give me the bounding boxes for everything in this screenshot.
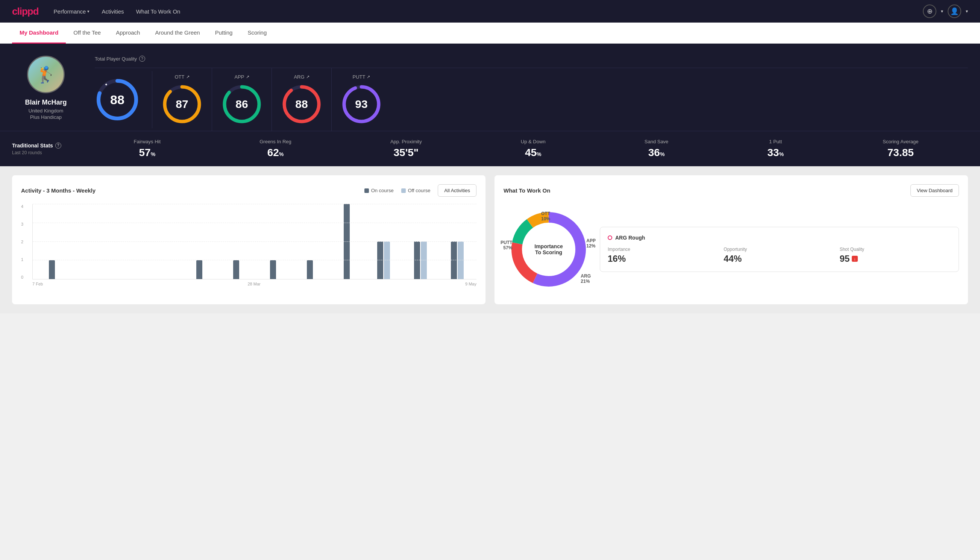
- bar-group: [366, 242, 401, 279]
- donut-label-app: APP 12%: [586, 238, 596, 248]
- stats-label-group: Traditional Stats ? Last 20 rounds: [12, 143, 72, 155]
- info-card-title: ARG Rough: [608, 235, 951, 241]
- metric-opportunity: Opportunity 44%: [724, 247, 835, 264]
- player-info: 🏌️ Blair McHarg United Kingdom Plus Hand…: [12, 56, 80, 129]
- bar-group: [218, 260, 254, 279]
- donut-label-ott: OTT 10%: [541, 211, 550, 222]
- arrow-up-icon-arg: ↗: [306, 75, 309, 79]
- info-card: ARG Rough Importance 16% Opportunity 44%: [600, 227, 959, 272]
- stat-greens: Greens In Reg 62%: [260, 139, 291, 159]
- bar-chart: [32, 204, 476, 280]
- bar-group: [255, 260, 291, 279]
- nav-item-activities[interactable]: Activities: [101, 8, 124, 15]
- scores-section: Total Player Quality ? 88: [95, 56, 968, 131]
- sub-nav-item-dashboard[interactable]: My Dashboard: [12, 23, 66, 43]
- stats-items: Fairways Hit 57% Greens In Reg 62% App. …: [84, 139, 968, 159]
- player-handicap: Plus Handicap: [30, 114, 62, 120]
- total-quality-label: Total Player Quality ?: [95, 56, 968, 62]
- legend-oncourse: On course: [364, 188, 394, 193]
- bar-group: [403, 242, 438, 279]
- sub-nav-item-putting[interactable]: Putting: [208, 23, 240, 43]
- arrow-up-icon: ↗: [186, 75, 190, 79]
- chart-title: Activity - 3 Months - Weekly: [21, 187, 95, 194]
- x-axis: 7 Feb 28 Mar 9 May: [32, 282, 476, 286]
- wtwo-title: What To Work On: [504, 187, 550, 194]
- view-dashboard-button[interactable]: View Dashboard: [910, 184, 959, 197]
- stat-sandsave: Sand Save 36%: [645, 139, 669, 159]
- score-overall-value: 88: [110, 92, 125, 107]
- activity-chart-card: Activity - 3 Months - Weekly On course O…: [12, 175, 486, 304]
- metric-shot-quality: Shot Quality 95 ↓: [840, 247, 951, 264]
- main-content: Activity - 3 Months - Weekly On course O…: [0, 166, 980, 313]
- sub-nav: My Dashboard Off the Tee Approach Around…: [0, 23, 980, 43]
- metric-importance: Importance 16%: [608, 247, 719, 264]
- donut-label-putt: PUTT 57%: [501, 240, 512, 250]
- score-overall: 88: [95, 71, 152, 128]
- arrow-up-icon-app: ↗: [246, 75, 249, 79]
- score-putt: PUTT ↗ 93: [332, 68, 391, 131]
- add-chevron[interactable]: ▾: [941, 8, 943, 14]
- ott-label: OTT ↗: [175, 74, 190, 80]
- bar-group: [329, 204, 364, 279]
- ott-value: 87: [176, 98, 188, 110]
- hero-section: 🏌️ Blair McHarg United Kingdom Plus Hand…: [0, 43, 980, 131]
- score-app: APP ↗ 86: [212, 68, 272, 131]
- badge-down: ↓: [852, 256, 858, 262]
- arg-label: ARG ↗: [294, 74, 309, 80]
- legend-dot-on: [364, 188, 369, 193]
- nav-item-performance[interactable]: Performance ▾: [54, 8, 90, 15]
- avatar: 🏌️: [27, 56, 65, 93]
- stat-oneputt: 1 Putt 33%: [767, 139, 784, 159]
- score-arg: ARG ↗ 88: [272, 68, 332, 131]
- sub-nav-item-around-green[interactable]: Around the Green: [147, 23, 207, 43]
- add-button[interactable]: ⊕: [923, 5, 937, 18]
- sub-nav-item-off-tee[interactable]: Off the Tee: [66, 23, 108, 43]
- player-country: United Kingdom: [28, 108, 63, 113]
- sub-nav-item-scoring[interactable]: Scoring: [240, 23, 274, 43]
- legend-dot-off: [401, 188, 406, 193]
- putt-label: PUTT ↗: [353, 74, 370, 80]
- stat-fairways: Fairways Hit 57%: [134, 139, 161, 159]
- user-chevron[interactable]: ▾: [966, 8, 968, 14]
- donut-chart-area: Importance To Scoring OTT 10% APP 12% AR…: [504, 204, 594, 295]
- nav-item-what-to-work-on[interactable]: What To Work On: [136, 8, 181, 15]
- help-icon-stats: ?: [55, 143, 61, 148]
- stat-updown: Up & Down 45%: [521, 139, 546, 159]
- logo[interactable]: clippd: [12, 6, 39, 17]
- stats-bar: Traditional Stats ? Last 20 rounds Fairw…: [0, 131, 980, 166]
- chevron-down-icon: ▾: [87, 9, 90, 14]
- top-nav: clippd Performance ▾ Activities What To …: [0, 0, 980, 23]
- dot-indicator: [608, 235, 612, 240]
- arrow-up-icon-putt: ↗: [367, 75, 370, 79]
- bar-on: [49, 260, 55, 279]
- bar-group: [34, 260, 70, 279]
- stat-scoring: Scoring Average 73.85: [883, 139, 918, 159]
- scores-row: 88 OTT ↗ 87: [95, 68, 968, 131]
- score-ott: OTT ↗ 87: [152, 68, 212, 131]
- bar-group: [292, 260, 328, 279]
- sub-nav-item-approach[interactable]: Approach: [108, 23, 147, 43]
- all-activities-button[interactable]: All Activities: [438, 184, 476, 197]
- stats-sublabel: Last 20 rounds: [12, 150, 72, 155]
- player-name: Blair McHarg: [25, 98, 67, 107]
- wtwo-body: Importance To Scoring OTT 10% APP 12% AR…: [504, 204, 959, 295]
- user-avatar-btn[interactable]: 👤: [948, 5, 961, 18]
- stat-proximity: App. Proximity 35'5": [390, 139, 422, 159]
- app-label: APP ↗: [234, 74, 249, 80]
- bar-group: [439, 242, 475, 279]
- app-value: 86: [235, 98, 248, 110]
- what-to-work-on-card: What To Work On View Dashboard: [494, 175, 968, 304]
- nav-right: ⊕ ▾ 👤 ▾: [923, 5, 968, 18]
- putt-value: 93: [355, 98, 368, 110]
- y-axis: 0 1 2 3 4: [21, 204, 23, 280]
- bar-group: [181, 260, 217, 279]
- legend-offcourse: Off course: [401, 188, 431, 193]
- donut-center-text: Importance To Scoring: [534, 243, 562, 255]
- donut-label-arg: ARG 21%: [581, 273, 591, 284]
- help-icon: ?: [139, 56, 145, 62]
- arg-value: 88: [295, 98, 308, 110]
- chart-wrapper: 0 1 2 3 4: [21, 204, 476, 295]
- info-metrics: Importance 16% Opportunity 44% Shot Qual…: [608, 247, 951, 264]
